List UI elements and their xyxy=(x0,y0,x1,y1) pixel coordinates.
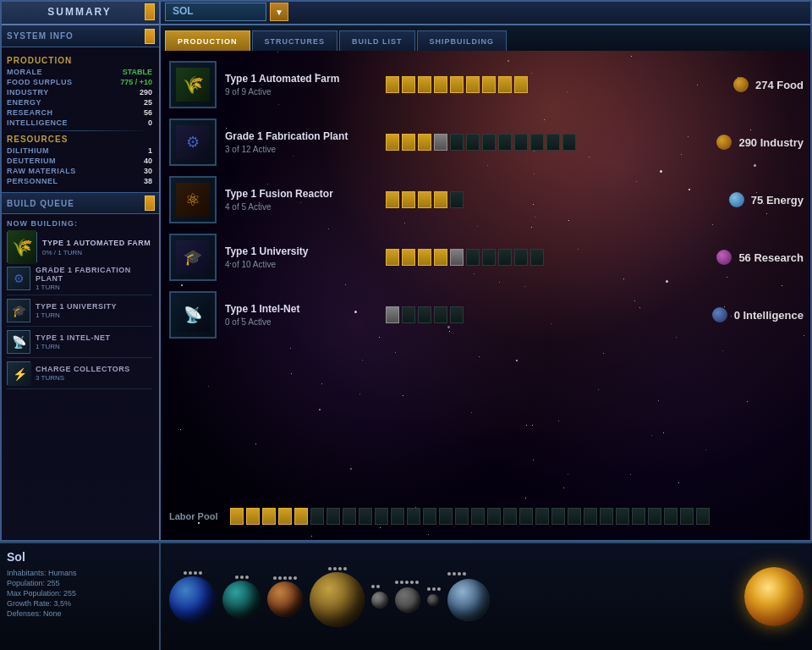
small-planet-2[interactable] xyxy=(395,587,420,613)
structure-fabrication-plant: ⚙ Grade 1 Fabrication Plant 3 of 12 Acti… xyxy=(169,117,804,168)
small-planet-3[interactable] xyxy=(427,594,439,606)
planet-sphere-1 xyxy=(169,576,216,623)
deuterium-label: DEUTERIUM xyxy=(7,157,56,165)
tab-structures[interactable]: STRUCTURES xyxy=(252,30,338,51)
stat-dilithium: DILITHIUM 1 xyxy=(7,146,152,155)
planet-4[interactable] xyxy=(310,567,365,627)
queue-list: ⚙ GRADE 1 FABRICATION PLANT 1 TURN 🎓 TYP… xyxy=(7,266,152,393)
bar-segment xyxy=(418,249,431,266)
tab-build-list[interactable]: BUILD LIST xyxy=(339,30,415,51)
labor-bar-segment xyxy=(294,508,308,525)
bar-segment xyxy=(514,249,528,266)
dot xyxy=(447,572,451,576)
bar-segment xyxy=(482,249,496,266)
bar-segment xyxy=(434,76,447,93)
industry-icon xyxy=(716,135,732,150)
queue-item-university[interactable]: 🎓 TYPE 1 UNIVERSITY 1 TURN xyxy=(7,299,152,327)
summary-indicator xyxy=(145,3,155,20)
fusion-reactor-name: Type 1 Fusion Reactor xyxy=(225,188,377,200)
dilithium-value: 1 xyxy=(148,146,152,155)
summary-label: SUMMARY xyxy=(47,6,112,18)
dot xyxy=(463,572,466,576)
stat-intelligence: INTELLIGENCE 0 xyxy=(7,118,152,127)
fabrication-icon-main: ⚙ xyxy=(176,125,210,159)
max-population-stat: Max Population: 255 xyxy=(7,589,152,598)
university-output-value: 56 Research xyxy=(738,251,804,264)
fusion-reactor-info: Type 1 Fusion Reactor 4 of 5 Active xyxy=(225,188,377,212)
reactor-icon-main: ⚛ xyxy=(176,183,210,217)
ringed-planet[interactable] xyxy=(447,579,490,621)
intelligence-icon xyxy=(712,307,727,322)
bar-segment xyxy=(402,134,415,151)
planet-4-dots xyxy=(328,567,347,570)
structure-intel-net: 📡 Type 1 Intel-Net 0 of 5 Active 0 Intel… xyxy=(169,289,804,340)
planet-3-dots xyxy=(273,576,297,580)
queue-item-intel[interactable]: 📡 TYPE 1 INTEL-NET 1 TURN xyxy=(7,330,152,358)
planet-2[interactable] xyxy=(222,576,261,619)
bar-segment xyxy=(418,191,431,208)
bar-segment xyxy=(466,76,480,93)
labor-bar-segment xyxy=(600,508,613,525)
now-building-label: NOW BUILDING: xyxy=(7,219,152,228)
fusion-reactor-icon: ⚛ xyxy=(169,176,217,223)
large-body xyxy=(447,572,490,621)
queue-item-charge-info: CHARGE COLLECTORS 3 TURNS xyxy=(36,365,130,382)
queue-intel-name: TYPE 1 INTEL-NET xyxy=(36,333,111,342)
labor-bar-segment xyxy=(568,508,581,525)
planet-sphere-2 xyxy=(222,581,261,619)
university-output: 56 Research xyxy=(668,250,804,265)
bar-segment xyxy=(546,134,560,151)
stat-research: RESEARCH 56 xyxy=(7,108,152,117)
stats-section: PRODUCTION MORALE STABLE FOOD SURPLUS 77… xyxy=(0,47,159,192)
intel-net-icon: 📡 xyxy=(169,291,217,339)
bar-segment xyxy=(386,306,399,323)
tab-shipbuilding[interactable]: SHIPBUILDING xyxy=(417,30,508,51)
research-icon xyxy=(716,250,732,265)
queue-intel-turns: 1 TURN xyxy=(36,343,111,350)
small-planet-1[interactable] xyxy=(371,592,388,609)
bar-segment xyxy=(498,249,512,266)
dot xyxy=(400,581,403,584)
labor-bar-segment xyxy=(278,508,292,525)
planet-sphere-3 xyxy=(267,581,303,617)
automated-farm-output: 274 Food xyxy=(668,77,804,92)
labor-bar-segment xyxy=(535,508,549,525)
dot xyxy=(405,581,409,584)
labor-bar-segment xyxy=(423,508,436,525)
sun-sphere xyxy=(744,567,804,626)
planet-selector[interactable]: SOL xyxy=(165,3,266,21)
dot xyxy=(235,576,239,579)
stat-food-surplus: FOOD SURPLUS 775 / +10 xyxy=(7,78,152,86)
planet-2-dots xyxy=(235,576,249,579)
production-category-label: PRODUCTION xyxy=(7,56,152,65)
automated-farm-name: Type 1 Automated Farm xyxy=(225,73,377,85)
labor-bar-segment xyxy=(439,508,453,525)
bottom-panel-inner: Sol Inhabitants: Humans Population: 255 … xyxy=(0,543,812,650)
labor-bar-segment xyxy=(310,508,324,525)
labor-bar-segment xyxy=(455,508,469,525)
automated-farm-progress xyxy=(377,76,668,93)
planet-1[interactable] xyxy=(169,571,216,623)
labor-pool-bar xyxy=(230,508,710,525)
intel-net-output-value: 0 Intelligence xyxy=(734,309,804,322)
energy-value: 25 xyxy=(144,98,152,107)
dot xyxy=(432,587,436,591)
intel-icon-sm: 📡 xyxy=(7,330,30,354)
system-info-label: SYSTEM INFO xyxy=(7,31,74,41)
dot xyxy=(343,567,347,570)
personnel-value: 38 xyxy=(144,177,152,185)
tab-production[interactable]: PRODUCTION xyxy=(165,30,250,51)
queue-item-fabrication[interactable]: ⚙ GRADE 1 FABRICATION PLANT 1 TURN xyxy=(7,266,152,295)
top-bar: SOL ▼ xyxy=(161,0,812,25)
planet-3[interactable] xyxy=(267,576,303,617)
bar-segment xyxy=(450,191,464,208)
intel-net-output: 0 Intelligence xyxy=(668,307,804,322)
planet-dropdown-arrow[interactable]: ▼ xyxy=(270,3,288,21)
charge-icon-sm: ⚡ xyxy=(7,361,30,385)
bar-segment xyxy=(450,76,464,93)
labor-pool-section: Labor Pool xyxy=(169,508,804,525)
queue-item-charge[interactable]: ⚡ CHARGE COLLECTORS 3 TURNS xyxy=(7,361,152,389)
fabrication-plant-output: 290 Industry xyxy=(668,135,804,150)
queue-university-turns: 1 TURN xyxy=(36,311,117,319)
labor-bar-segment xyxy=(616,508,629,525)
